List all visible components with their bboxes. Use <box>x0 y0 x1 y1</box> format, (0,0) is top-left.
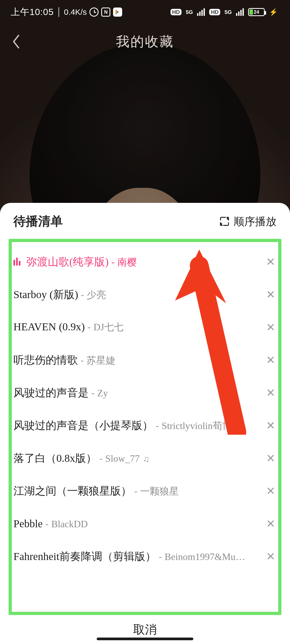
song-artist: 少亮 <box>87 288 106 302</box>
song-title: HEAVEN (0.9x) <box>13 320 85 333</box>
charging-icon: ⚡ <box>269 8 278 16</box>
battery-percent: 24 <box>249 9 264 15</box>
song-artist: Slow_77 <box>105 453 140 464</box>
play-mode-button[interactable]: 顺序播放 <box>219 214 277 229</box>
page-title: 我的收藏 <box>0 33 290 51</box>
song-row[interactable]: 听悲伤的情歌 - 苏星婕 <box>13 343 278 376</box>
remove-song-button[interactable] <box>264 386 278 400</box>
cancel-label: 取消 <box>133 622 157 638</box>
remove-song-button[interactable] <box>264 255 278 269</box>
dash: - <box>45 518 49 530</box>
dash: - <box>81 289 84 301</box>
song-row[interactable]: Pebble - BlackDD <box>13 507 278 540</box>
back-button[interactable] <box>8 34 24 50</box>
dash: - <box>156 420 159 431</box>
song-artist: BlackDD <box>51 518 88 530</box>
remove-song-button[interactable] <box>264 287 278 301</box>
remove-song-button[interactable] <box>264 484 278 498</box>
network-5g-label: 5G <box>224 9 232 15</box>
status-net-speed: 0.4K/s <box>64 8 87 17</box>
song-title: 听悲伤的情歌 <box>13 353 78 367</box>
status-clock: 上午10:05 <box>11 6 54 18</box>
song-row[interactable]: 江湖之间（一颗狼星版） - 一颗狼星 <box>13 474 278 507</box>
song-artist: 苏星婕 <box>86 354 115 367</box>
dash: - <box>99 453 103 464</box>
play-mode-label: 顺序播放 <box>234 214 277 229</box>
dash: - <box>88 321 91 333</box>
signal-icon <box>236 8 244 16</box>
dash: - <box>159 551 162 562</box>
hd-badge-icon: HD <box>171 9 182 15</box>
status-bar: 上午10:05 0.4K/s N HD 5G HD 5G 24 ⚡ <box>0 0 290 24</box>
song-artist: Strictlyviolin荀博… <box>162 419 242 433</box>
remove-song-button[interactable] <box>264 549 278 563</box>
song-title: Fahrenheit前奏降调（剪辑版） <box>13 549 156 564</box>
dash: - <box>81 355 84 366</box>
dash: - <box>111 257 115 268</box>
battery-icon: 24 <box>248 8 265 16</box>
screen: 上午10:05 0.4K/s N HD 5G HD 5G 24 ⚡ <box>0 0 290 644</box>
nfc-icon: N <box>101 8 110 17</box>
network-5g-label: 5G <box>186 9 193 15</box>
song-title: Starboy (新版) <box>13 287 78 302</box>
song-title: 江湖之间（一颗狼星版） <box>13 484 132 498</box>
song-artist: 南樱 <box>117 256 137 269</box>
song-row[interactable]: 落了白（0.8x版） - Slow_77♫ <box>13 442 278 474</box>
song-title: 风驶过的声音是（小提琴版） <box>13 418 153 433</box>
hd-badge-icon: HD <box>209 9 220 15</box>
sheet-title: 待播清单 <box>13 213 63 230</box>
song-artist: Beinom1997&Mu… <box>165 551 245 562</box>
song-row[interactable]: Starboy (新版) - 少亮 <box>13 278 278 311</box>
signal-icon <box>197 8 205 16</box>
song-title: 弥渡山歌(纯享版) <box>26 254 109 269</box>
song-row[interactable]: Fahrenheit前奏降调（剪辑版） - Beinom1997&Mu… <box>13 540 278 573</box>
alarm-icon <box>89 8 99 17</box>
remove-song-button[interactable] <box>264 353 278 367</box>
song-list[interactable]: 弥渡山歌(纯享版) - 南樱Starboy (新版) - 少亮HEAVEN (0… <box>9 239 281 615</box>
song-row[interactable]: 风驶过的声音是 - Zy <box>13 376 278 409</box>
dash: - <box>134 486 137 497</box>
remove-song-button[interactable] <box>264 418 278 432</box>
song-title: 落了白（0.8x版） <box>13 451 97 466</box>
song-artist: 一颗狼星 <box>140 485 179 498</box>
music-note-icon: ♫ <box>143 454 149 464</box>
song-title: Pebble <box>13 517 43 530</box>
song-row[interactable]: 弥渡山歌(纯享版) - 南樱 <box>13 245 278 278</box>
song-artist: Zy <box>97 387 108 399</box>
now-playing-icon <box>13 258 20 266</box>
page-header: 我的收藏 <box>0 24 290 59</box>
remove-song-button[interactable] <box>264 517 278 530</box>
nav-pill[interactable] <box>97 638 193 640</box>
play-queue-sheet: 待播清单 顺序播放 弥渡山歌(纯享版) - 南樱Starboy (新版) - 少… <box>0 203 290 644</box>
song-artist: DJ七七 <box>93 321 124 334</box>
remove-song-button[interactable] <box>264 451 278 465</box>
remove-song-button[interactable] <box>264 320 278 334</box>
song-row[interactable]: 风驶过的声音是（小提琴版） - Strictlyviolin荀博… <box>13 409 278 442</box>
play-store-icon <box>113 8 122 17</box>
song-title: 风驶过的声音是 <box>13 385 89 400</box>
loop-icon <box>219 216 230 227</box>
dash: - <box>91 387 95 399</box>
song-row[interactable]: HEAVEN (0.9x) - DJ七七 <box>13 311 278 343</box>
